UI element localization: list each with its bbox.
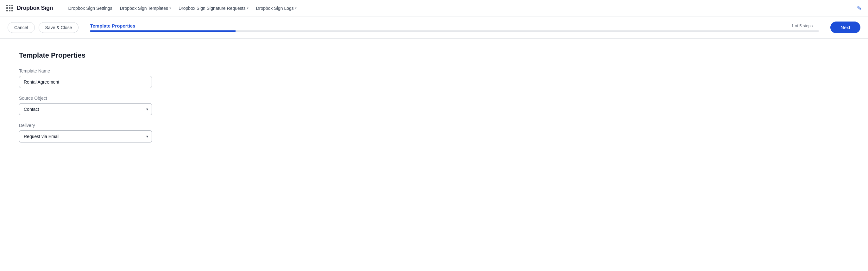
section-title: Template Properties: [19, 51, 234, 60]
source-object-select[interactable]: Contact Lead Account Opportunity: [19, 103, 152, 115]
top-nav: Dropbox Sign Dropbox Sign Settings Dropb…: [0, 0, 868, 17]
app-logo: Dropbox Sign: [17, 5, 53, 11]
next-button[interactable]: Next: [830, 22, 860, 33]
progress-header: Template Properties 1 of 5 steps: [90, 23, 819, 29]
delivery-label: Delivery: [19, 123, 234, 128]
chevron-down-icon: ▾: [169, 6, 171, 10]
nav-item-signature-requests[interactable]: Dropbox Sign Signature Requests ▾: [176, 4, 251, 13]
toolbar: Cancel Save & Close Template Properties …: [0, 17, 868, 39]
progress-steps: 1 of 5 steps: [792, 24, 813, 28]
progress-title: Template Properties: [90, 23, 135, 29]
delivery-select[interactable]: Request via Email Send via Email Manual: [19, 130, 152, 143]
edit-pen-icon[interactable]: ✎: [857, 5, 862, 12]
progress-bar-fill: [90, 30, 236, 32]
source-object-label: Source Object: [19, 96, 234, 101]
template-name-input[interactable]: [19, 76, 152, 88]
nav-item-settings[interactable]: Dropbox Sign Settings: [65, 4, 115, 13]
template-name-group: Template Name: [19, 68, 234, 88]
source-object-wrapper: Contact Lead Account Opportunity ▾: [19, 103, 152, 115]
grid-icon[interactable]: [6, 5, 13, 11]
source-object-group: Source Object Contact Lead Account Oppor…: [19, 96, 234, 115]
save-close-button[interactable]: Save & Close: [39, 22, 79, 33]
cancel-button[interactable]: Cancel: [8, 22, 35, 33]
delivery-group: Delivery Request via Email Send via Emai…: [19, 123, 234, 143]
delivery-wrapper: Request via Email Send via Email Manual …: [19, 130, 152, 143]
nav-item-templates[interactable]: Dropbox Sign Templates ▾: [118, 4, 174, 13]
template-name-label: Template Name: [19, 68, 234, 73]
progress-section: Template Properties 1 of 5 steps: [90, 23, 819, 32]
nav-item-logs[interactable]: Dropbox Sign Logs ▾: [254, 4, 299, 13]
chevron-down-icon: ▾: [295, 6, 297, 10]
nav-items: Dropbox Sign Settings Dropbox Sign Templ…: [65, 4, 857, 13]
main-content: Template Properties Template Name Source…: [0, 39, 253, 163]
progress-bar-container: [90, 30, 819, 32]
chevron-down-icon: ▾: [247, 6, 248, 10]
